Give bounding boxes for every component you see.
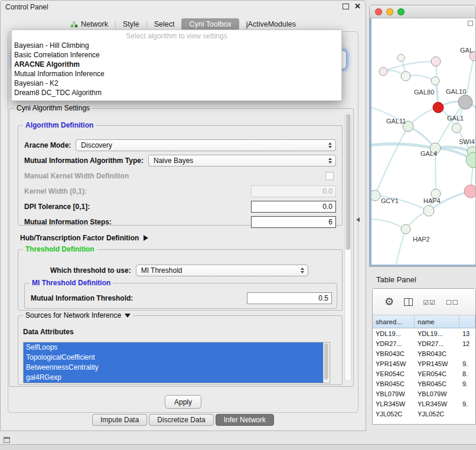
- kernel-width-label: Kernel Width (0,1):: [24, 187, 87, 195]
- aracne-mode-select[interactable]: Discovery: [76, 139, 336, 151]
- network-edge: [395, 229, 406, 266]
- tab-select[interactable]: Select: [149, 18, 180, 30]
- table-cell: YLR345W: [373, 399, 415, 409]
- algorithm-definition-title: Algorithm Definition: [23, 121, 96, 129]
- network-node[interactable]: [401, 71, 410, 81]
- tab-separator: [115, 21, 116, 28]
- table-row[interactable]: YJL052CYJL052C: [373, 409, 475, 419]
- network-node[interactable]: [401, 224, 410, 234]
- mi-steps-field[interactable]: 6: [251, 216, 336, 228]
- network-node-label: SWI4: [459, 138, 475, 145]
- columns-icon[interactable]: [404, 298, 413, 306]
- mi-algorithm-type-select[interactable]: Naive Bayes: [148, 155, 336, 167]
- network-node[interactable]: [423, 206, 434, 216]
- network-node[interactable]: [458, 95, 472, 109]
- table-cell: 9.: [459, 358, 475, 369]
- table-row[interactable]: YER054CYER054C8.: [373, 369, 475, 379]
- algorithm-option[interactable]: Dream8 DC_TDC Algorithm: [12, 88, 341, 97]
- restore-panel-icon[interactable]: [4, 437, 10, 443]
- algorithm-option[interactable]: Mutual Information Inference: [12, 69, 341, 79]
- algorithm-option[interactable]: Basic Correlation Inference: [12, 50, 341, 60]
- expander-down-icon: [125, 314, 131, 318]
- tab-discretize-data[interactable]: Discretize Data: [149, 414, 213, 426]
- network-canvas[interactable]: GALGAL80GAL10GAL11GAL1SWI4GAL4GCY1HAP4HA…: [371, 18, 475, 266]
- attribute-list-scrollbar[interactable]: [323, 343, 330, 383]
- close-icon[interactable]: ✕: [354, 2, 361, 10]
- attribute-item[interactable]: BetweennessCentrality: [24, 363, 330, 373]
- settings-scrollbar[interactable]: [344, 112, 351, 381]
- manual-kernel-width-label: Manual Kernel Width Definition: [24, 172, 129, 180]
- minimize-traffic-light-icon[interactable]: [386, 8, 393, 15]
- column-header[interactable]: [459, 315, 475, 328]
- hub-tf-definition-label: Hub/Transcription Factor Definition: [20, 234, 139, 242]
- network-edge: [371, 219, 406, 229]
- table-row[interactable]: YDR27...YDR27...12: [373, 338, 475, 348]
- network-node-label: HAP4: [423, 197, 441, 204]
- algorithm-placeholder: Select algorithm to view settings: [12, 31, 341, 41]
- network-node[interactable]: [397, 54, 405, 61]
- network-node[interactable]: [452, 123, 461, 133]
- network-edge: [371, 144, 435, 148]
- table-cell: YPR145W: [373, 358, 415, 369]
- network-node[interactable]: [371, 190, 380, 201]
- hub-tf-definition-expander[interactable]: Hub/Transcription Factor Definition: [20, 234, 148, 242]
- table-row[interactable]: YPR145WYPR145W9.: [373, 358, 475, 369]
- close-traffic-light-icon[interactable]: [375, 8, 382, 15]
- sources-title-row[interactable]: Sources for Network Inference: [23, 311, 133, 319]
- algorithm-dropdown-popup: Select algorithm to view settings Bayesi…: [11, 30, 342, 101]
- float-panel-icon[interactable]: [343, 4, 349, 9]
- network-node[interactable]: [379, 67, 387, 76]
- apply-button[interactable]: Apply: [165, 395, 201, 409]
- scrollbar-thumb[interactable]: [324, 343, 328, 380]
- table-row[interactable]: YBR045CYBR045C9.: [373, 379, 475, 389]
- network-node-label: GAL11: [386, 118, 406, 125]
- data-attribute-list: SelfLoopsTopologicalCoefficientBetweenne…: [23, 342, 330, 383]
- table-row[interactable]: YBL079WYBL079W: [373, 389, 475, 399]
- tab-cyni-toolbox[interactable]: Cyni Toolbox: [181, 18, 239, 30]
- attribute-item[interactable]: SelfLoops: [24, 343, 330, 353]
- mi-threshold-field[interactable]: 0.5: [247, 292, 332, 304]
- table-row[interactable]: YDL19...YDL19...13: [373, 328, 475, 338]
- scrollbar-thumb[interactable]: [345, 114, 350, 250]
- tab-infer-network[interactable]: Infer Network: [216, 414, 274, 426]
- gear-icon[interactable]: [384, 295, 394, 308]
- expander-right-icon: [144, 235, 148, 241]
- which-threshold-select[interactable]: MI Threshold: [136, 265, 308, 276]
- select-all-icon[interactable]: [423, 296, 436, 307]
- combo-arrows-icon: [328, 158, 332, 164]
- table-row[interactable]: YBR043CYBR043C: [373, 348, 475, 358]
- dpi-tolerance-label: DPI Tolerance [0,1]:: [24, 203, 90, 211]
- network-node[interactable]: [431, 57, 441, 66]
- deselect-all-icon[interactable]: [446, 296, 459, 307]
- network-canvas-area[interactable]: GALGAL80GAL10GAL11GAL1SWI4GAL4GCY1HAP4HA…: [370, 18, 475, 266]
- table-panel-title: Table Panel: [376, 275, 416, 284]
- network-node[interactable]: [433, 102, 444, 113]
- attribute-item[interactable]: TopologicalCoefficient: [24, 353, 330, 363]
- table-row[interactable]: YLR345WYLR345W9.: [373, 399, 475, 409]
- minimap-toggle-icon[interactable]: [468, 21, 473, 26]
- network-node-label: GAL: [460, 47, 473, 54]
- splitter-collapse-icon[interactable]: [356, 217, 360, 222]
- network-edge: [375, 126, 408, 195]
- control-panel-window: Control Panel ✕ Network Style Select Cyn…: [0, 0, 366, 431]
- algorithm-option[interactable]: ARACNE Algorithm: [12, 60, 341, 69]
- combo-arrows-icon: [301, 268, 304, 273]
- algorithm-option[interactable]: Bayesian - Hill Climbing: [12, 41, 341, 50]
- algorithm-option[interactable]: Bayesian - K2: [12, 79, 341, 88]
- manual-kernel-width-checkbox[interactable]: [325, 172, 334, 180]
- column-header[interactable]: name: [415, 315, 459, 328]
- tab-jactivemodules[interactable]: jActiveModules: [242, 18, 301, 30]
- column-header[interactable]: shared...: [373, 315, 415, 328]
- tab-network[interactable]: Network: [66, 18, 113, 30]
- network-node[interactable]: [466, 152, 475, 168]
- algorithm-definition-group: Algorithm Definition Aracne Mode: Discov…: [18, 125, 343, 226]
- kernel-width-field[interactable]: 0.0: [251, 185, 336, 197]
- zoom-traffic-light-icon[interactable]: [397, 8, 405, 15]
- tab-impute-data[interactable]: Impute Data: [92, 414, 147, 426]
- dpi-tolerance-field[interactable]: 0.0: [251, 201, 336, 213]
- network-node[interactable]: [464, 185, 475, 198]
- network-node[interactable]: [431, 77, 439, 85]
- tab-style[interactable]: Style: [118, 18, 144, 30]
- mi-threshold-definition-title: MI Threshold Definition: [30, 279, 113, 287]
- attribute-item[interactable]: gal4RGexp: [24, 373, 330, 383]
